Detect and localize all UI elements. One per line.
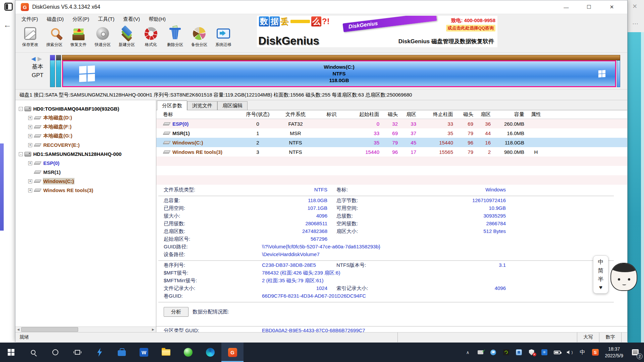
maximize-button[interactable]: ☐: [578, 0, 600, 14]
green-browser-icon[interactable]: [177, 343, 199, 362]
column-header[interactable]: 序号(状态): [242, 111, 274, 118]
column-header[interactable]: 标识: [317, 111, 346, 118]
diskgenius-taskbar-icon[interactable]: G: [221, 343, 244, 362]
sogou-toolbar-item[interactable]: 半: [598, 276, 604, 283]
ime-indicator[interactable]: 中: [576, 343, 589, 362]
tree-expander-icon[interactable]: -: [19, 107, 23, 111]
sogou-ime-toolbar[interactable]: 中简半♥: [593, 255, 608, 294]
partition-block-msr[interactable]: [56, 55, 61, 87]
menu-item[interactable]: 帮助(H): [149, 16, 166, 22]
tree-expander-icon[interactable]: -: [19, 152, 23, 156]
column-header[interactable]: 文件系统: [274, 111, 317, 118]
table-row[interactable]: MSR(1)1MSR33693735794416.0MB: [156, 128, 627, 138]
scrollbar-thumb[interactable]: [21, 327, 78, 332]
table-row[interactable]: Windows(C:)2NTFS357945154409616118.0GB: [156, 138, 627, 147]
tree-item[interactable]: +本地磁盘(D:): [15, 113, 156, 122]
tab-partition-params[interactable]: 分区参数: [157, 101, 187, 110]
ad-banner[interactable]: 数据丢么?! DiskGenius 致电: 400-008-9958 或点击此处…: [257, 16, 497, 47]
tree-item[interactable]: +本地磁盘(G:): [15, 131, 156, 140]
tree-item[interactable]: +RECOVERY(E:): [15, 140, 156, 149]
tree-item[interactable]: +Windows RE tools(3): [15, 186, 156, 195]
close-button[interactable]: ✕: [600, 0, 623, 14]
toolbar-button[interactable]: 恢复文件: [66, 24, 91, 51]
taskbar-clock[interactable]: 18:37 2022/5/9: [602, 346, 627, 359]
tree-item[interactable]: +Windows(C:): [15, 177, 156, 186]
edge-icon[interactable]: [199, 343, 221, 362]
tree-expander-icon[interactable]: +: [28, 125, 32, 129]
intel-graphics-icon[interactable]: [513, 343, 525, 362]
tree-item[interactable]: +本地磁盘(F:): [15, 122, 156, 131]
tree-expander-icon[interactable]: +: [28, 161, 32, 165]
sidebar-toggle-icon[interactable]: [4, 3, 13, 11]
tree-horizontal-scrollbar[interactable]: ◀ ▶: [15, 326, 156, 332]
toolbar-button[interactable]: 删除分区: [163, 24, 187, 51]
toolbar-button[interactable]: 快速分区: [91, 24, 115, 51]
tree-expander-icon[interactable]: +: [28, 134, 32, 138]
menu-item[interactable]: 磁盘(D): [47, 16, 64, 22]
toolbar-button[interactable]: 格式化: [139, 24, 163, 51]
tree-item[interactable]: -HD1:SAMSUNGMZNLN128HAHQ-000: [15, 149, 156, 159]
partition-block-re-tools[interactable]: [617, 60, 620, 87]
app-lightning-icon[interactable]: [89, 343, 111, 362]
tab-sector-edit[interactable]: 扇区编辑: [217, 101, 248, 110]
column-header[interactable]: 磁头: [453, 111, 473, 118]
toolbar-button[interactable]: 新建分区: [115, 24, 139, 51]
partition-block-esp[interactable]: [50, 55, 55, 87]
background-close-icon[interactable]: ✕: [632, 3, 637, 10]
tree-item[interactable]: MSR(1): [15, 168, 156, 177]
tree-item[interactable]: +ESP(0): [15, 159, 156, 168]
background-menu-dots-icon[interactable]: ⋯: [632, 20, 638, 27]
column-header[interactable]: 起始柱面: [346, 111, 379, 118]
menu-item[interactable]: 文件(F): [21, 16, 38, 22]
toolbar-button[interactable]: 系统迁移: [211, 24, 235, 51]
snowflake-app-icon[interactable]: ✳: [538, 343, 551, 362]
battery-icon[interactable]: [551, 343, 564, 362]
tree-expander-icon[interactable]: +: [28, 179, 32, 183]
toolbar-button[interactable]: 备份分区: [187, 24, 211, 51]
column-header[interactable]: 容量: [491, 111, 524, 118]
column-header[interactable]: 属性: [524, 111, 548, 118]
tree-expander-icon[interactable]: +: [28, 188, 32, 192]
bird-app-icon[interactable]: [487, 343, 500, 362]
prev-disk-arrow-icon[interactable]: ◀: [31, 56, 38, 62]
chevron-up-icon[interactable]: ∧: [462, 343, 474, 362]
sogou-toolbar-item[interactable]: 中: [598, 258, 604, 266]
column-header[interactable]: 磁头: [379, 111, 398, 118]
toolbar-button[interactable]: 搜索分区: [42, 24, 66, 51]
menu-item[interactable]: 分区(P): [72, 16, 89, 22]
taskbar-search-icon[interactable]: [22, 343, 44, 362]
column-header[interactable]: 终止柱面: [416, 111, 453, 118]
table-row[interactable]: Windows RE tools(3)3NTFS1544096171556579…: [156, 147, 627, 157]
tree-item[interactable]: -HD0:TOSHIBAMQ04ABF100(932GB): [15, 104, 156, 113]
back-arrow-icon[interactable]: ←: [3, 20, 11, 29]
menu-item[interactable]: 工具(T): [98, 16, 114, 22]
next-disk-arrow-icon[interactable]: ▶: [38, 56, 44, 62]
menu-item[interactable]: 查看(V): [123, 16, 140, 22]
sogou-icon[interactable]: S: [589, 343, 602, 362]
word-icon[interactable]: W: [133, 343, 155, 362]
action-center-icon[interactable]: 2: [627, 343, 644, 362]
sogou-toolbar-item[interactable]: 简: [598, 267, 604, 275]
tree-expander-icon[interactable]: +: [28, 116, 32, 120]
minimize-button[interactable]: —: [555, 0, 578, 14]
volume-icon[interactable]: ): [564, 343, 576, 362]
app-briefcase-icon[interactable]: [111, 343, 133, 362]
ad-qq-link[interactable]: 或点击此处选择QQ咨询: [446, 25, 495, 32]
column-header[interactable]: 扇区: [473, 111, 491, 118]
column-header[interactable]: 卷标: [156, 111, 242, 118]
column-header[interactable]: 扇区: [398, 111, 416, 118]
tab-browse-files[interactable]: 浏览文件: [187, 101, 217, 110]
start-button[interactable]: [0, 343, 22, 362]
printer-icon[interactable]: ✓: [474, 343, 487, 362]
analyze-button[interactable]: 分析: [164, 307, 189, 317]
toolbar-button[interactable]: 保存更改: [18, 24, 42, 51]
tree-expander-icon[interactable]: +: [28, 143, 32, 147]
nvidia-icon[interactable]: [500, 343, 513, 362]
sogou-toolbar-item[interactable]: ♥: [599, 284, 602, 291]
task-view-icon[interactable]: [66, 343, 89, 362]
partition-block-windows-c[interactable]: Windows(C:) NTFS 118.0GB: [62, 60, 616, 87]
cortana-icon[interactable]: [44, 343, 66, 362]
defender-icon[interactable]: ✕: [525, 343, 538, 362]
scroll-left-arrow-icon[interactable]: ◀: [15, 327, 21, 332]
table-row[interactable]: ESP(0)0FAT3203233336936260.0MB: [156, 119, 627, 128]
